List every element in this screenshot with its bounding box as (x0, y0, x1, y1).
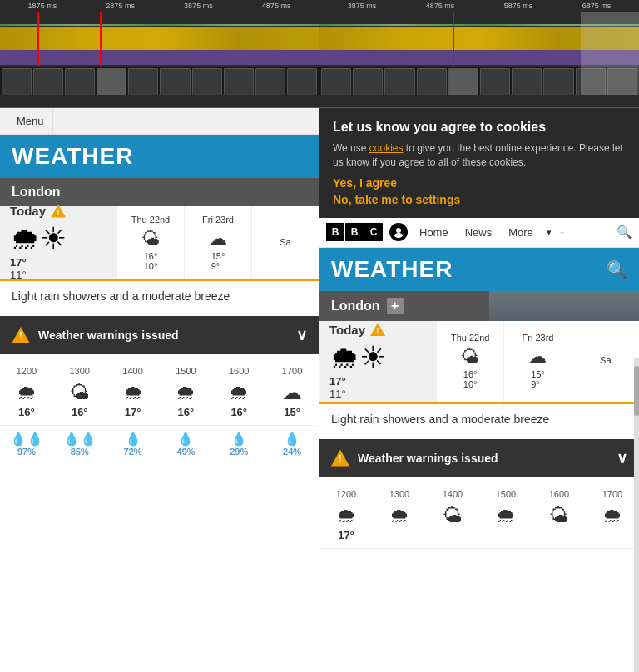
frame (512, 68, 542, 95)
chevron-down-icon-right: ∨ (617, 449, 627, 467)
perf-label: 3875 ms (184, 2, 213, 10)
cookie-no-button[interactable]: No, take me to settings (333, 193, 626, 206)
perf-label: 1875 ms (28, 2, 57, 10)
hourly-cell: 1400 🌧 17° (106, 359, 160, 425)
description-left: Light rain showers and a moderate breeze (0, 281, 319, 311)
cookie-title: Let us know you agree to cookies (333, 120, 626, 135)
nav-more-link[interactable]: More (503, 226, 538, 239)
main-content: Menu WEATHER London Today 🌧☀ 17° 11° (0, 108, 639, 672)
warning-bar-left[interactable]: Weather warnings issued ∨ (0, 316, 319, 354)
perf-left-timeline (0, 12, 319, 95)
location-text-right: London (331, 299, 380, 314)
perf-right-labels: 3875 ms 4875 ms 5875 ms 6875 ms (320, 0, 639, 12)
hourly-section-right: 1200 🌧 17° 1300 🌧 1400 🌤 1500 🌧 16 (320, 482, 639, 549)
perf-label: 3875 ms (348, 2, 377, 10)
frame (287, 68, 317, 95)
frame (255, 68, 285, 95)
hourly-cell: 1200 🌧 17° (320, 482, 373, 548)
scroll-thumb[interactable] (634, 366, 639, 416)
warning-bar-content-right: Weather warnings issued (331, 450, 498, 467)
today-label-right: Today (329, 323, 426, 337)
precip-row: 💧💧 97% 💧💧 85% 💧 72% 💧 49% 💧 29% (0, 426, 319, 462)
search-icon[interactable]: 🔍 (617, 225, 632, 240)
warning-bar-right[interactable]: Weather warnings issued ∨ (320, 439, 639, 477)
warning-icon-today-right (370, 323, 385, 336)
location-bar-left: London (0, 178, 319, 206)
frame (417, 68, 447, 95)
warning-triangle-icon-right (331, 450, 349, 467)
cookie-link[interactable]: cookies (369, 142, 404, 154)
gray-overlay (581, 12, 639, 95)
nav-news-link[interactable]: News (460, 226, 498, 239)
nav-home-link[interactable]: Home (414, 226, 453, 239)
frame (224, 68, 254, 95)
nav-divider: - (560, 225, 564, 240)
search-icon-right[interactable]: 🔍 (607, 259, 627, 279)
left-panel: Menu WEATHER London Today 🌧☀ 17° 11° (0, 108, 320, 672)
bbc-b2: B (345, 223, 364, 241)
purple-band (0, 50, 319, 65)
chevron-down-icon: ∨ (296, 326, 307, 344)
forecast-day: Fri 23rd ☁ 15°9° (184, 206, 251, 279)
menu-item[interactable]: Menu (8, 108, 53, 134)
location-bar-right: London + (320, 291, 639, 321)
forecast-days-left: Thu 22nd 🌤 16°10° Fri 23rd ☁ 15°9° Sa (116, 206, 319, 279)
warning-text-left: Weather warnings issued (38, 329, 179, 342)
frame (480, 68, 510, 95)
nav-account-icon[interactable] (389, 223, 408, 241)
hourly-cell: 1200 🌧 16° (0, 359, 53, 425)
forecast-days-right: Thu 22nd 🌤 16°10° Fri 23rd ☁ 15°9° Sa (436, 321, 639, 402)
cookie-banner: Let us know you agree to cookies We use … (320, 108, 639, 218)
today-icon-left: 🌧☀ (10, 221, 106, 256)
weather-title-left: WEATHER (12, 143, 133, 170)
performance-bar: 1875 ms 2875 ms 3875 ms 4875 ms (0, 0, 639, 108)
perf-left-labels: 1875 ms 2875 ms 3875 ms 4875 ms (0, 0, 319, 12)
bbc-logo[interactable]: B B C (326, 223, 383, 241)
menu-bar: Menu (0, 108, 319, 135)
perf-right: 3875 ms 4875 ms 5875 ms 6875 ms (320, 0, 639, 107)
frame (65, 68, 95, 95)
frame (97, 68, 126, 95)
perf-label: 4875 ms (426, 2, 455, 10)
svg-point-0 (396, 228, 401, 233)
hourly-cell: 1500 🌧 16° (159, 359, 212, 425)
perf-label: 2875 ms (106, 2, 135, 10)
green-line (0, 24, 319, 26)
precip-cell: 💧 24% (265, 426, 319, 462)
today-section-left: Today 🌧☀ 17° 11° Thu 22nd 🌤 16°10° Fri 2 (0, 206, 319, 281)
hourly-cell: 1700 🌧 (586, 482, 639, 548)
precip-cell: 💧💧 97% (0, 426, 53, 462)
perf-right-timeline (320, 12, 639, 95)
frame (192, 68, 222, 95)
warning-triangle-icon (12, 327, 30, 343)
bbc-nav: B B C Home News More ▾ - 🔍 (320, 218, 639, 248)
add-location-button[interactable]: + (387, 298, 404, 314)
red-marker (37, 12, 39, 66)
cookie-yes-button[interactable]: Yes, I agree (333, 176, 626, 190)
weather-title-right: WEATHER (331, 256, 453, 283)
frame (128, 68, 158, 95)
frame (448, 68, 478, 95)
hourly-section-left: 1200 🌧 16° 1300 🌤 16° 1400 🌧 17° 1500 🌧 (0, 359, 319, 462)
hourly-cell: 1300 🌤 16° (53, 359, 106, 425)
precip-cell: 💧 29% (212, 426, 265, 462)
perf-label: 5875 ms (504, 2, 533, 10)
bbc-c: C (364, 223, 383, 241)
frame (33, 68, 63, 95)
weather-header-right: WEATHER 🔍 (320, 248, 639, 291)
precip-cell: 💧💧 85% (53, 426, 106, 462)
warning-bar-content: Weather warnings issued (12, 327, 179, 343)
orange-band (0, 27, 319, 50)
today-temps-left: 17° 11° (10, 256, 106, 281)
today-label-left: Today (10, 204, 106, 218)
weather-header-left: WEATHER (0, 135, 319, 178)
frame (353, 68, 383, 95)
warning-text-right: Weather warnings issued (358, 452, 498, 465)
today-main-left: Today 🌧☀ 17° 11° (0, 206, 116, 279)
right-panel: Let us know you agree to cookies We use … (320, 108, 639, 672)
precip-cell: 💧 72% (106, 426, 160, 462)
perf-label: 4875 ms (262, 2, 291, 10)
hourly-cell: 1500 🌧 (479, 482, 532, 548)
frame (543, 68, 573, 95)
svg-point-1 (394, 233, 403, 238)
